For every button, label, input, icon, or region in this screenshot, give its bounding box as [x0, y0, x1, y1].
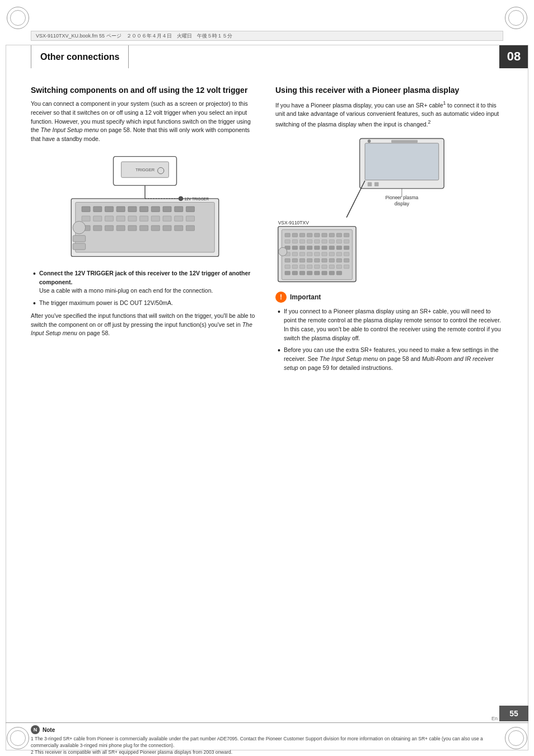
svg-rect-8 [93, 206, 101, 212]
trigger-diagram-svg: TRIGGER [55, 153, 235, 260]
warning-icon: ! [275, 292, 287, 303]
svg-rect-103 [299, 265, 305, 269]
svg-rect-107 [329, 265, 334, 269]
svg-rect-12 [139, 206, 148, 212]
svg-rect-9 [105, 206, 113, 212]
svg-rect-108 [336, 265, 341, 269]
content-area: Switching components on and off using th… [6, 74, 528, 722]
svg-rect-114 [315, 271, 320, 275]
svg-rect-75 [292, 246, 297, 250]
file-info-bar: VSX-9110TXV_KU.book.fm 55 ページ ２００６年４月４日 … [31, 31, 503, 41]
note-label: Note [43, 727, 55, 733]
svg-rect-109 [344, 265, 349, 269]
svg-text:display: display [395, 201, 410, 206]
footnote2: 2 This receiver is compatible with all S… [31, 749, 503, 756]
svg-rect-96 [315, 259, 320, 262]
svg-rect-35 [174, 226, 182, 231]
note-header: N Note [31, 725, 503, 734]
svg-rect-101 [285, 265, 290, 269]
svg-rect-71 [329, 240, 334, 244]
svg-rect-13 [151, 206, 160, 212]
svg-rect-70 [322, 240, 327, 244]
svg-rect-21 [128, 216, 136, 221]
svg-rect-60 [315, 233, 320, 237]
svg-rect-80 [329, 246, 334, 250]
svg-rect-18 [93, 216, 101, 221]
left-column: Switching components on and off using th… [31, 85, 259, 376]
svg-rect-72 [336, 240, 341, 244]
svg-rect-25 [174, 216, 182, 221]
svg-rect-24 [163, 216, 171, 221]
svg-rect-62 [329, 233, 334, 237]
svg-line-52 [346, 181, 365, 218]
svg-rect-57 [292, 233, 297, 237]
file-info-text: VSX-9110TXV_KU.book.fm 55 ページ ２００６年４月４日 … [36, 32, 232, 40]
svg-rect-111 [292, 271, 297, 275]
left-body2: After you've specified the input functio… [31, 312, 259, 338]
svg-rect-73 [344, 240, 349, 244]
important-box: ! Important • If you connect to a Pionee… [275, 292, 503, 372]
corner-decoration-tr [505, 7, 527, 29]
svg-point-37 [73, 221, 86, 234]
svg-rect-85 [299, 252, 305, 256]
svg-rect-81 [336, 246, 341, 250]
svg-rect-105 [315, 265, 320, 269]
svg-rect-79 [322, 246, 327, 250]
two-column-layout: Switching components on and off using th… [31, 85, 503, 376]
svg-rect-77 [307, 246, 312, 250]
svg-rect-44 [365, 143, 439, 180]
svg-rect-7 [82, 206, 90, 212]
svg-rect-88 [322, 252, 327, 256]
svg-rect-28 [93, 226, 101, 231]
svg-rect-76 [299, 246, 305, 250]
svg-rect-89 [329, 252, 334, 256]
svg-point-42 [179, 196, 183, 201]
svg-rect-90 [336, 252, 341, 256]
svg-rect-117 [336, 271, 341, 275]
svg-text:TRIGGER: TRIGGER [135, 167, 154, 172]
svg-rect-32 [139, 226, 148, 231]
left-bullet1: • Connect the 12V TRIGGER jack of this r… [31, 269, 259, 295]
important-title: Important [290, 293, 321, 301]
footer-note-area: N Note 1 The 3-ringed SR+ cable from Pio… [6, 722, 528, 750]
svg-rect-22 [139, 216, 148, 221]
svg-rect-86 [307, 252, 312, 256]
svg-rect-19 [105, 216, 113, 221]
important-header: ! Important [275, 292, 503, 303]
svg-rect-59 [307, 233, 312, 237]
svg-rect-84 [292, 252, 297, 256]
svg-rect-97 [322, 259, 327, 262]
right-body1: If you have a Pioneer plasma display, yo… [275, 100, 503, 129]
svg-rect-10 [116, 206, 125, 212]
svg-rect-110 [285, 271, 290, 275]
right-section-title: Using this receiver with a Pioneer plasm… [275, 85, 503, 95]
svg-rect-11 [128, 206, 136, 212]
svg-rect-113 [307, 271, 312, 275]
svg-rect-112 [299, 271, 305, 275]
svg-rect-102 [292, 265, 297, 269]
svg-text:VSX-9110TXV: VSX-9110TXV [278, 220, 309, 226]
svg-rect-47 [368, 182, 372, 187]
svg-rect-115 [322, 271, 327, 275]
svg-rect-30 [116, 226, 125, 231]
svg-rect-98 [329, 259, 334, 262]
svg-rect-95 [307, 259, 312, 262]
page-lang: En [491, 716, 498, 721]
svg-rect-104 [307, 265, 312, 269]
svg-rect-16 [186, 206, 194, 212]
svg-rect-99 [336, 259, 341, 262]
svg-text:12V TRIGGER: 12V TRIGGER [184, 197, 209, 201]
svg-rect-15 [174, 206, 182, 212]
svg-rect-36 [186, 226, 194, 231]
svg-rect-69 [315, 240, 320, 244]
svg-rect-64 [344, 233, 349, 237]
svg-rect-48 [374, 182, 379, 187]
svg-rect-65 [285, 240, 290, 244]
svg-rect-33 [151, 226, 160, 231]
svg-rect-100 [344, 259, 349, 262]
svg-rect-20 [116, 216, 125, 221]
svg-rect-63 [336, 233, 341, 237]
footnote1: 1 The 3-ringed SR+ cable from Pioneer is… [31, 736, 503, 749]
page-number-badge: 55 [499, 706, 528, 721]
svg-rect-82 [344, 246, 349, 250]
